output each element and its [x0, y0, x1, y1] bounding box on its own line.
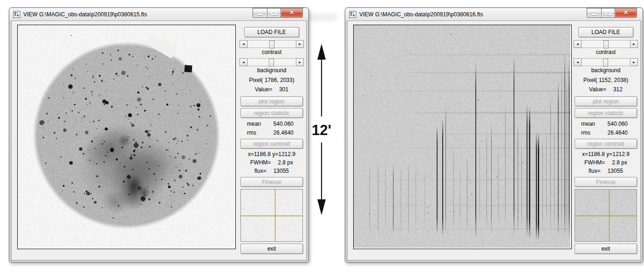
value-readout: Value= 312 — [574, 86, 638, 93]
minimize-icon — [592, 14, 597, 15]
window-title: VIEW G:\MAGIC_obs-data\p200919\p0380615.… — [23, 11, 147, 18]
flux-label: flux= — [254, 168, 267, 174]
scroll-left-arrow-icon[interactable]: ◄ — [574, 40, 582, 48]
maximize-button[interactable] — [601, 8, 615, 18]
maximize-icon — [271, 10, 277, 15]
up-arrow-icon — [313, 43, 330, 117]
scroll-right-arrow-icon[interactable]: ► — [630, 40, 638, 48]
minimize-button[interactable] — [253, 8, 267, 18]
scroll-left-arrow-icon[interactable]: ◄ — [240, 40, 247, 48]
fwhm-readout: FWHM= 2.8 px — [240, 159, 304, 166]
finesse-button[interactable]: Finesse — [575, 177, 637, 187]
mean-value: 540.060 — [274, 121, 294, 127]
background-label: background — [574, 67, 638, 74]
close-button[interactable]: ✕ — [615, 8, 637, 18]
background-scrollbar[interactable]: ◄ ► — [240, 58, 304, 66]
flux-readout: flux= 13055 — [574, 168, 638, 174]
client-area: LOAD FILE ◄ ► contrast ◄ ► background Pi… — [347, 20, 641, 260]
down-arrow-icon — [313, 142, 330, 216]
value-label: Value= — [255, 86, 272, 93]
maximize-icon — [605, 10, 611, 15]
app-icon — [349, 11, 356, 18]
value-readout: Value= 301 — [240, 86, 304, 93]
plot-region-button[interactable]: plot region — [240, 96, 303, 106]
image-display[interactable] — [17, 25, 236, 249]
window-title: VIEW G:\MAGIC_obs-data\p200919\p0380616.… — [359, 11, 483, 18]
rms-row: rms 26.4640 — [574, 129, 638, 136]
contrast-thumb[interactable] — [603, 41, 609, 48]
region-statistic-button[interactable]: region statistic — [240, 108, 303, 118]
contrast-label: contrast — [574, 49, 638, 55]
value-label: Value= — [589, 86, 606, 93]
background-scrollbar[interactable]: ◄ ► — [574, 58, 638, 66]
flux-readout: flux= 13055 — [240, 168, 304, 174]
finesse-button[interactable]: Finesse — [240, 177, 303, 187]
viewer-window-spectrum: VIEW G:\MAGIC_obs-data\p200919\p0380616.… — [345, 7, 643, 263]
centroid-readout: x=1186.8 y=1212.9 — [240, 151, 304, 157]
flux-value: 13055 — [608, 168, 623, 174]
scroll-right-arrow-icon[interactable]: ► — [630, 58, 638, 66]
mean-value: 540.060 — [608, 121, 628, 127]
app-icon — [13, 11, 21, 18]
plot-region-button[interactable]: plot region — [575, 96, 637, 106]
close-icon: ✕ — [623, 8, 628, 17]
rms-label: rms — [247, 129, 256, 136]
contrast-scrollbar[interactable]: ◄ ► — [574, 40, 638, 48]
centroid-readout: x=1186.8 y=1212.9 — [574, 151, 638, 157]
mean-row: mean 540.060 — [240, 121, 304, 127]
minimize-icon — [258, 14, 263, 15]
mean-row: mean 540.060 — [574, 121, 638, 127]
rms-value: 26.4640 — [608, 129, 628, 136]
fwhm-readout: FWHM= 2.8 px — [574, 159, 638, 166]
rms-row: rms 26.4640 — [240, 129, 304, 136]
load-file-button[interactable]: LOAD FILE — [578, 27, 633, 37]
zoom-crosshair — [575, 190, 637, 241]
contrast-label: contrast — [240, 49, 304, 55]
background-track[interactable] — [582, 58, 630, 66]
zoom-panel — [240, 189, 303, 242]
region-centroid-button[interactable]: region centroid — [240, 139, 303, 149]
fwhm-label: FWHM= — [250, 159, 271, 166]
zoom-crosshair — [241, 190, 302, 241]
background-track[interactable] — [247, 58, 296, 66]
scroll-left-arrow-icon[interactable]: ◄ — [240, 58, 247, 66]
scroll-right-arrow-icon[interactable]: ► — [296, 58, 304, 66]
exit-button[interactable]: exit — [575, 244, 637, 254]
contrast-thumb[interactable] — [269, 41, 274, 48]
background-thumb[interactable] — [603, 59, 608, 67]
background-label: background — [240, 67, 304, 74]
close-button[interactable]: ✕ — [281, 8, 303, 18]
scale-annotation: 12' — [308, 43, 335, 216]
contrast-track[interactable] — [247, 40, 296, 48]
scale-label: 12' — [312, 121, 331, 140]
exit-button[interactable]: exit — [240, 244, 303, 254]
value-number: 301 — [279, 86, 288, 93]
contrast-scrollbar[interactable]: ◄ ► — [240, 40, 304, 48]
client-area: LOAD FILE ◄ ► contrast ◄ ► background Pi… — [11, 20, 307, 260]
pixel-readout: Pixel( 1152, 2038) — [574, 77, 638, 83]
contrast-track[interactable] — [582, 40, 630, 48]
background-thumb[interactable] — [269, 59, 274, 67]
region-centroid-button[interactable]: region centroid — [575, 139, 637, 149]
value-number: 312 — [613, 86, 623, 93]
scroll-left-arrow-icon[interactable]: ◄ — [574, 58, 582, 66]
image-display[interactable] — [353, 25, 572, 249]
flux-label: flux= — [589, 168, 601, 174]
minimize-button[interactable] — [587, 8, 601, 18]
rms-label: rms — [581, 129, 590, 136]
mean-label: mean — [247, 121, 261, 127]
region-statistic-button[interactable]: region statistic — [575, 108, 637, 118]
rms-value: 26.4640 — [274, 129, 294, 136]
pixel-readout: Pixel( 1786, 2033) — [240, 77, 304, 83]
mean-label: mean — [581, 121, 595, 127]
fwhm-label: FWHM= — [584, 159, 605, 166]
viewer-window-image: VIEW G:\MAGIC_obs-data\p200919\p0380615.… — [9, 7, 309, 263]
scroll-right-arrow-icon[interactable]: ► — [296, 40, 304, 48]
close-icon: ✕ — [289, 8, 294, 17]
fwhm-value: 2.8 px — [278, 159, 293, 166]
load-file-button[interactable]: LOAD FILE — [244, 27, 299, 37]
fwhm-value: 2.8 px — [612, 159, 627, 166]
sidebar: LOAD FILE ◄ ► contrast ◄ ► background Pi… — [240, 27, 304, 254]
maximize-button[interactable] — [267, 8, 281, 18]
flux-value: 13055 — [274, 168, 289, 174]
